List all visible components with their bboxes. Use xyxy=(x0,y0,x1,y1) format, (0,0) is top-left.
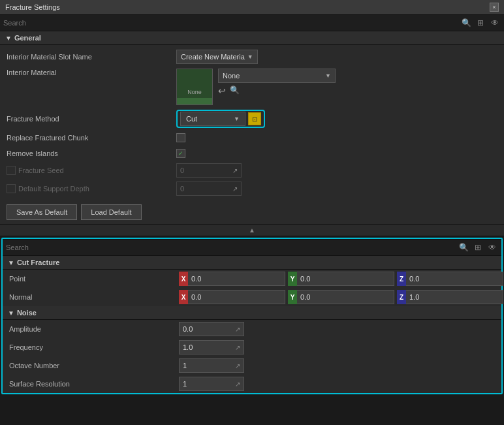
none-dropdown-arrow: ▼ xyxy=(325,72,331,79)
amplitude-label: Amplitude xyxy=(9,325,179,333)
default-support-depth-row: Default Support Depth 0 ↗ xyxy=(0,180,504,198)
amplitude-row: Amplitude 0.0 ↗ xyxy=(3,320,501,338)
fracture-method-yellow-btn[interactable]: ⊡ xyxy=(248,112,261,125)
normal-value: X Y Z ⚙ xyxy=(179,290,504,304)
default-support-depth-expand-icon: ↗ xyxy=(232,185,238,193)
top-panel: Fracture Settings × 🔍 ⊞ 👁 ▼ General Inte… xyxy=(0,0,504,236)
save-as-default-button[interactable]: Save As Default xyxy=(7,204,77,220)
remove-islands-value xyxy=(176,149,497,158)
surface-resolution-input[interactable]: 1 ↗ xyxy=(179,377,244,391)
general-properties: Interior Material Slot Name Create New M… xyxy=(0,45,504,200)
bottom-eye-icon[interactable]: 👁 xyxy=(486,242,498,253)
octave-number-input[interactable]: 1 ↗ xyxy=(179,358,244,373)
top-grid-icon[interactable]: ⊞ xyxy=(475,17,486,29)
cut-fracture-section-header[interactable]: ▼ Cut Fracture xyxy=(3,256,501,270)
material-preview-label: None xyxy=(187,89,202,95)
material-preview: None xyxy=(176,69,213,105)
action-buttons-row: Save As Default Load Default xyxy=(0,200,504,224)
close-button[interactable]: × xyxy=(490,3,499,12)
material-search-icon[interactable]: 🔍 xyxy=(230,86,240,96)
cut-fracture-collapse-arrow: ▼ xyxy=(8,259,14,266)
top-search-icon[interactable]: 🔍 xyxy=(460,17,472,29)
bottom-search-bar: 🔍 ⊞ 👁 xyxy=(3,239,501,256)
top-panel-collapse[interactable]: ▲ xyxy=(0,224,504,236)
point-z-label: Z xyxy=(397,272,406,286)
replace-fractured-chunk-checkbox[interactable] xyxy=(176,133,185,142)
normal-row: Normal X Y Z ⚙ xyxy=(3,288,501,306)
surface-resolution-label: Surface Resolution xyxy=(9,380,179,388)
frequency-label: Frequency xyxy=(9,343,179,351)
remove-islands-label: Remove Islands xyxy=(7,150,176,157)
top-eye-icon[interactable]: 👁 xyxy=(489,17,501,29)
frequency-row: Frequency 1.0 ↗ xyxy=(3,338,501,356)
point-value: X Y Z ⚙ xyxy=(179,272,504,286)
material-back-icon[interactable]: ↩ xyxy=(218,86,226,96)
bottom-search-input[interactable] xyxy=(6,244,458,251)
default-support-depth-input[interactable]: 0 ↗ xyxy=(176,181,242,196)
normal-z-input[interactable] xyxy=(406,290,503,304)
bottom-panel: 🔍 ⊞ 👁 ▼ Cut Fracture Point X Y Z ⚙ xyxy=(1,238,503,394)
fracture-seed-enable-checkbox[interactable] xyxy=(7,166,16,175)
replace-fractured-chunk-label: Replace Fractured Chunk xyxy=(7,134,176,142)
normal-z-label: Z xyxy=(397,290,406,304)
default-support-depth-enable-checkbox[interactable] xyxy=(7,184,16,193)
fracture-seed-value: 0 ↗ xyxy=(176,163,497,178)
noise-section-header[interactable]: ▼ Noise xyxy=(3,306,501,320)
panel-title: Fracture Settings xyxy=(5,3,60,11)
normal-y-input[interactable] xyxy=(297,290,394,304)
load-default-button[interactable]: Load Default xyxy=(81,204,141,220)
material-green-bar xyxy=(177,98,212,104)
point-y-label: Y xyxy=(288,272,297,286)
bottom-search-icon[interactable]: 🔍 xyxy=(458,242,469,253)
cut-fracture-section-label: Cut Fracture xyxy=(17,259,59,266)
surface-resolution-value: 1 ↗ xyxy=(179,377,244,391)
frequency-expand-icon: ↗ xyxy=(235,344,240,351)
fracture-method-arrow: ▼ xyxy=(234,116,240,122)
amplitude-input[interactable]: 0.0 ↗ xyxy=(179,322,244,336)
point-z-input[interactable] xyxy=(406,272,503,286)
fracture-method-value: Cut ▼ ⊡ xyxy=(176,110,497,128)
fracture-seed-input[interactable]: 0 ↗ xyxy=(176,163,242,178)
default-support-depth-label: Default Support Depth xyxy=(7,184,176,193)
point-label: Point xyxy=(9,275,179,283)
interior-material-slot-row: Interior Material Slot Name Create New M… xyxy=(0,48,504,66)
fracture-seed-expand-icon: ↗ xyxy=(232,167,238,174)
noise-collapse-arrow: ▼ xyxy=(8,309,14,317)
point-x-label: X xyxy=(179,272,188,286)
point-x-field: X xyxy=(179,272,285,286)
interior-material-label: Interior Material xyxy=(7,69,176,76)
remove-islands-checkbox[interactable] xyxy=(176,149,185,158)
normal-y-field: Y xyxy=(288,290,394,304)
interior-material-value: None None ▼ ↩ 🔍 xyxy=(176,69,497,105)
material-actions: ↩ 🔍 xyxy=(218,86,336,96)
replace-fractured-chunk-value xyxy=(176,133,497,142)
point-row: Point X Y Z ⚙ xyxy=(3,270,501,288)
general-collapse-arrow: ▼ xyxy=(5,35,12,42)
normal-label: Normal xyxy=(9,293,179,301)
normal-x-field: X xyxy=(179,290,285,304)
noise-section-label: Noise xyxy=(17,309,37,317)
surface-resolution-row: Surface Resolution 1 ↗ xyxy=(3,375,501,393)
point-x-input[interactable] xyxy=(188,272,285,286)
octave-number-row: Octave Number 1 ↗ xyxy=(3,356,501,375)
point-z-field: Z xyxy=(397,272,503,286)
bottom-grid-icon[interactable]: ⊞ xyxy=(472,242,484,253)
material-right-panel: None ▼ ↩ 🔍 xyxy=(218,69,336,96)
replace-fractured-chunk-row: Replace Fractured Chunk xyxy=(0,130,504,146)
default-support-depth-value: 0 ↗ xyxy=(176,181,497,196)
frequency-input[interactable]: 1.0 ↗ xyxy=(179,340,244,354)
material-none-dropdown[interactable]: None ▼ xyxy=(218,69,336,83)
point-y-input[interactable] xyxy=(297,272,394,286)
normal-x-input[interactable] xyxy=(188,290,285,304)
fracture-method-highlight: Cut ▼ ⊡ xyxy=(176,110,265,128)
octave-number-expand-icon: ↗ xyxy=(235,362,240,370)
octave-number-value: 1 ↗ xyxy=(179,358,244,373)
fracture-method-dropdown[interactable]: Cut ▼ xyxy=(180,112,245,126)
interior-material-slot-label: Interior Material Slot Name xyxy=(7,53,176,61)
top-search-input[interactable] xyxy=(3,19,460,27)
surface-resolution-expand-icon: ↗ xyxy=(235,381,240,388)
fracture-method-label: Fracture Method xyxy=(7,115,176,123)
general-section-header[interactable]: ▼ General xyxy=(0,31,504,45)
octave-number-label: Octave Number xyxy=(9,362,179,370)
interior-material-slot-dropdown[interactable]: Create New Materia ▼ xyxy=(176,50,258,64)
